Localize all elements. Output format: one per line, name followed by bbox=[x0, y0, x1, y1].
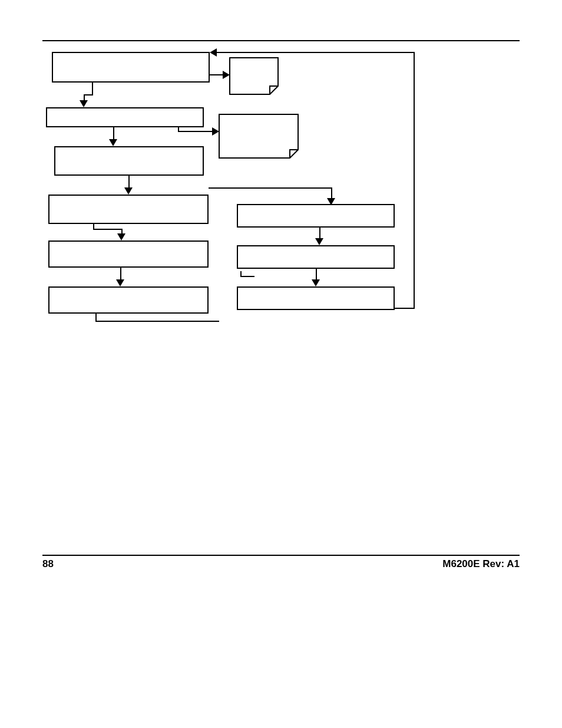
arrowhead-icon bbox=[116, 279, 124, 286]
arrowhead-icon bbox=[109, 139, 117, 146]
arrowhead-icon bbox=[223, 71, 230, 79]
flow-note bbox=[219, 114, 298, 158]
flow-box bbox=[48, 195, 209, 224]
svg-marker-8 bbox=[116, 279, 124, 286]
svg-marker-7 bbox=[117, 233, 125, 241]
svg-marker-4 bbox=[109, 139, 117, 146]
flow-box bbox=[237, 204, 395, 228]
page-footer: 88 M6200E Rev: A1 bbox=[42, 558, 520, 570]
arrowhead-icon bbox=[117, 233, 125, 241]
svg-marker-9 bbox=[315, 238, 323, 245]
flow-box bbox=[52, 52, 210, 83]
arrowhead-icon bbox=[210, 48, 217, 57]
flow-box bbox=[237, 245, 395, 269]
flow-box bbox=[54, 146, 204, 176]
svg-marker-3 bbox=[212, 127, 219, 136]
svg-marker-10 bbox=[312, 279, 320, 286]
svg-marker-1 bbox=[210, 48, 217, 57]
svg-marker-2 bbox=[80, 100, 88, 107]
doc-revision: M6200E Rev: A1 bbox=[442, 558, 520, 570]
svg-marker-0 bbox=[223, 71, 230, 79]
flow-box bbox=[48, 286, 209, 314]
arrowhead-icon bbox=[312, 279, 320, 286]
svg-marker-5 bbox=[124, 187, 133, 195]
flow-box bbox=[237, 286, 395, 310]
arrowhead-icon bbox=[124, 187, 133, 195]
flow-box bbox=[48, 241, 209, 268]
arrowhead-icon bbox=[212, 127, 219, 136]
arrowhead-icon bbox=[80, 100, 88, 107]
flow-note bbox=[230, 58, 278, 94]
top-rule bbox=[42, 40, 520, 41]
flowchart-diagram bbox=[42, 48, 425, 331]
flow-box bbox=[46, 107, 204, 127]
footer-rule bbox=[42, 555, 520, 556]
page-number: 88 bbox=[42, 558, 54, 570]
arrowhead-icon bbox=[315, 238, 323, 245]
